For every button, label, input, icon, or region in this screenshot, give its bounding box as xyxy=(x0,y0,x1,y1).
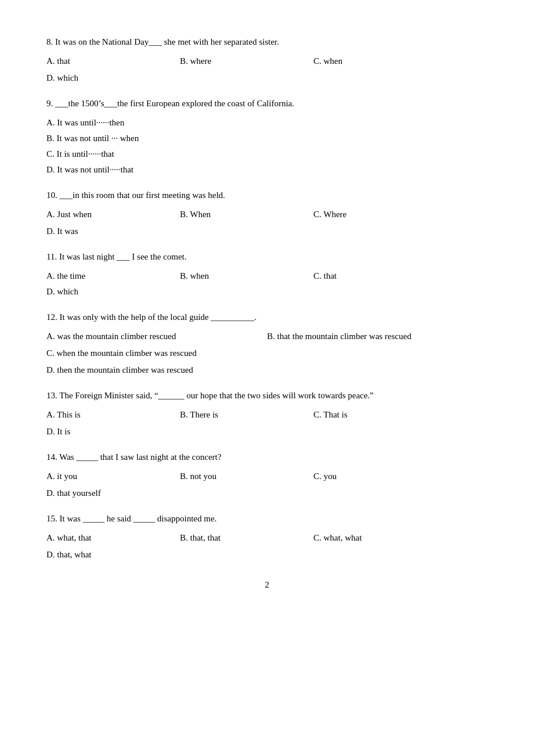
option-15a: A. what, that xyxy=(46,530,180,546)
option-8b: B. where xyxy=(180,53,313,69)
question-13-text: 13. The Foreign Minister said, “______ o… xyxy=(46,388,488,402)
question-8: 8. It was on the National Day___ she met… xyxy=(46,35,488,86)
option-13d: D. It is xyxy=(46,424,180,440)
option-10c: C. Where xyxy=(313,207,447,222)
option-12c: C. when the mountain climber was rescued xyxy=(46,345,488,361)
option-12b: B. that the mountain climber was rescued xyxy=(267,329,488,344)
question-9: 9. ___the 1500’s___the first European ex… xyxy=(46,96,488,178)
option-13b: B. There is xyxy=(180,407,313,423)
option-9d: D. It was not until·····that xyxy=(46,162,488,178)
option-11a: A. the time xyxy=(46,268,180,284)
option-15d: D. that, what xyxy=(46,547,180,563)
page-number: 2 xyxy=(46,580,488,590)
option-15b: B. that, that xyxy=(180,530,313,546)
question-13: 13. The Foreign Minister said, “______ o… xyxy=(46,388,488,440)
question-12-text: 12. It was only with the help of the loc… xyxy=(46,310,488,324)
option-15c: C. what, what xyxy=(313,530,447,546)
option-14c: C. you xyxy=(313,469,447,484)
question-12: 12. It was only with the help of the loc… xyxy=(46,310,488,378)
option-11c: C. that xyxy=(313,268,447,284)
question-14-options-row1: A. it you B. not you C. you xyxy=(46,469,488,484)
question-15-text: 15. It was _____ he said _____ disappoin… xyxy=(46,512,488,525)
question-12-options-row3: D. then the mountain climber was rescued xyxy=(46,362,488,378)
question-10-options-row1: A. Just when B. When C. Where xyxy=(46,207,488,222)
option-13a: A. This is xyxy=(46,407,180,423)
option-12d: D. then the mountain climber was rescued xyxy=(46,362,488,378)
question-8-options-row2: D. which xyxy=(46,70,488,86)
question-12-options-row2: C. when the mountain climber was rescued xyxy=(46,345,488,361)
question-9-options: A. It was until······then B. It was not … xyxy=(46,115,488,178)
option-8d: D. which xyxy=(46,70,180,86)
question-14: 14. Was _____ that I saw last night at t… xyxy=(46,450,488,501)
question-14-text: 14. Was _____ that I saw last night at t… xyxy=(46,450,488,464)
option-14b: B. not you xyxy=(180,469,313,484)
option-8a: A. that xyxy=(46,53,180,69)
question-10-options-row2: D. It was xyxy=(46,224,488,239)
question-8-text: 8. It was on the National Day___ she met… xyxy=(46,35,488,49)
question-13-options-row2: D. It is xyxy=(46,424,488,440)
option-13c: C. That is xyxy=(313,407,447,423)
option-9c: C. It is until······that xyxy=(46,146,488,162)
question-10: 10. ___in this room that our first meeti… xyxy=(46,188,488,239)
question-11-text: 11. It was last night ___ I see the come… xyxy=(46,250,488,264)
option-11b: B. when xyxy=(180,268,313,284)
question-15-options-row2: D. that, what xyxy=(46,547,488,563)
option-9b: B. It was not until ··· when xyxy=(46,131,488,146)
question-11: 11. It was last night ___ I see the come… xyxy=(46,250,488,300)
option-10b: B. When xyxy=(180,207,313,222)
question-11-options-row1: A. the time B. when C. that D. which xyxy=(46,268,488,300)
question-10-text: 10. ___in this room that our first meeti… xyxy=(46,188,488,202)
option-14a: A. it you xyxy=(46,469,180,484)
question-8-options: A. that B. where C. when xyxy=(46,53,488,69)
option-11d: D. which xyxy=(46,284,180,300)
question-14-options-row2: D. that yourself xyxy=(46,485,488,501)
question-13-options-row1: A. This is B. There is C. That is xyxy=(46,407,488,423)
option-12a: A. was the mountain climber rescued xyxy=(46,329,267,344)
question-15: 15. It was _____ he said _____ disappoin… xyxy=(46,512,488,563)
option-10a: A. Just when xyxy=(46,207,180,222)
question-15-options-row1: A. what, that B. that, that C. what, wha… xyxy=(46,530,488,546)
option-9a: A. It was until······then xyxy=(46,115,488,131)
question-9-text: 9. ___the 1500’s___the first European ex… xyxy=(46,96,488,110)
question-12-options-row1: A. was the mountain climber rescued B. t… xyxy=(46,329,488,344)
option-10d: D. It was xyxy=(46,224,180,239)
option-8c: C. when xyxy=(313,53,447,69)
option-14d: D. that yourself xyxy=(46,485,180,501)
